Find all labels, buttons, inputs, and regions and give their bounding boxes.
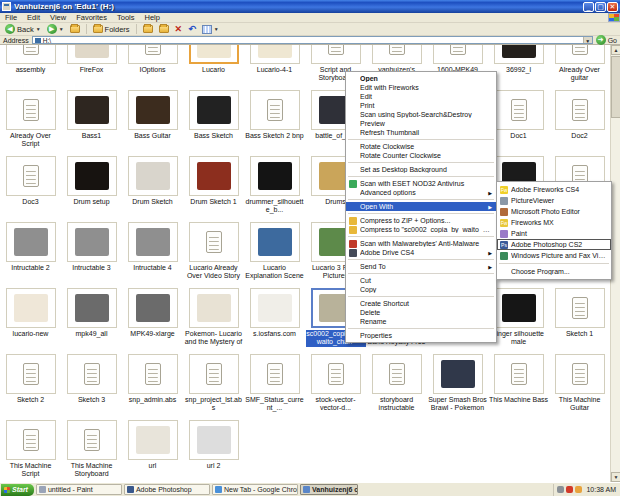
file-item[interactable]: Super Smash Bros Brawl - Pokemon Stadium… [427, 352, 488, 418]
back-dropdown-icon[interactable]: ▼ [36, 26, 41, 32]
open-with-item-microsoft-photo-editor[interactable]: Microsoft Photo Editor [497, 206, 611, 217]
file-item[interactable]: Already Over Script [0, 88, 61, 154]
context-menu-item-adobe-drive-cs4[interactable]: Adobe Drive CS4▶ [346, 248, 496, 257]
menubar-item-file[interactable]: File [0, 13, 22, 22]
file-item[interactable]: Intructable 2 [0, 220, 61, 286]
taskbar-task-vanhuizenj6-on-edu1[interactable]: Vanhuizenj6 on 'Edu1'... [300, 484, 358, 495]
file-item[interactable]: This Machine Storyboard [61, 418, 122, 482]
file-item[interactable]: Lucario [183, 45, 244, 88]
open-with-item-choose-program[interactable]: Choose Program... [497, 266, 611, 277]
context-menu-item-scan-using-spybot-search-destr[interactable]: Scan using Spybot-Search&Destroy [346, 110, 496, 119]
context-menu-item-preview[interactable]: Preview [346, 119, 496, 128]
file-item[interactable]: snp_admin.abs [122, 352, 183, 418]
file-item[interactable]: This Machine Script [0, 418, 61, 482]
taskbar-task-adobe-photoshop[interactable]: Adobe Photoshop [124, 484, 210, 495]
address-input[interactable]: H:\ ▼ [32, 36, 593, 44]
file-item[interactable]: Drum Sketch [122, 154, 183, 220]
file-item[interactable]: Lucario Already Over Video Story Board [183, 220, 244, 286]
file-item[interactable]: Bass Sketch [183, 88, 244, 154]
context-menu-item-print[interactable]: Print [346, 101, 496, 110]
file-item[interactable]: Bass Guitar [122, 88, 183, 154]
file-item[interactable]: assembly [0, 45, 61, 88]
minimize-button[interactable]: _ [583, 2, 594, 12]
file-item[interactable]: s.iosfans.com [244, 286, 305, 352]
start-button[interactable]: Start [1, 484, 34, 496]
file-item[interactable]: snp_project_lst.abs [183, 352, 244, 418]
context-menu-item-properties[interactable]: Properties [346, 331, 496, 340]
copy-to-button[interactable] [157, 25, 171, 33]
tray-icon-2[interactable] [566, 486, 573, 493]
context-menu-item-compress-to-sc0002-copia-by-wa[interactable]: Compress to "sc0002_copia_by_waito_chan-… [346, 225, 496, 234]
taskbar-task-untitled-paint[interactable]: untitled - Paint [36, 484, 122, 495]
clock[interactable]: 10:38 AM [584, 486, 616, 493]
file-item[interactable]: storyboard instructable [366, 352, 427, 418]
menubar-item-view[interactable]: View [45, 13, 71, 22]
scroll-up-icon[interactable]: ▲ [611, 45, 620, 55]
context-menu-item-scan-with-eset-nod32-antivirus[interactable]: Scan with ESET NOD32 Antivirus [346, 179, 496, 188]
file-item[interactable]: stock-vector-vector-d... [305, 352, 366, 418]
maximize-button[interactable]: ▢ [595, 2, 606, 12]
context-menu-item-advanced-options[interactable]: Advanced options▶ [346, 188, 496, 197]
open-with-item-adobe-photoshop-cs2[interactable]: PsAdobe Photoshop CS2 [497, 239, 611, 250]
context-menu-item-open-with[interactable]: Open With▶ [346, 202, 496, 211]
tray-icon-1[interactable] [557, 486, 564, 493]
file-item[interactable]: Intructable 3 [61, 220, 122, 286]
context-menu-item-edit-with-fireworks[interactable]: Edit with Fireworks [346, 83, 496, 92]
back-button[interactable]: ◀ Back ▼ [3, 24, 43, 34]
context-menu-item-send-to[interactable]: Send To▶ [346, 262, 496, 271]
context-menu-item-cut[interactable]: Cut [346, 276, 496, 285]
scroll-down-icon[interactable]: ▼ [611, 472, 620, 482]
file-item[interactable]: mpk49_all [61, 286, 122, 352]
forward-dropdown-icon[interactable]: ▼ [59, 26, 64, 32]
taskbar-task-new-tab-google-chrome[interactable]: New Tab - Google Chrome [212, 484, 298, 495]
move-to-button[interactable] [141, 25, 155, 33]
context-menu-item-rename[interactable]: Rename [346, 317, 496, 326]
file-item[interactable]: Already Over guitar [549, 45, 610, 88]
context-menu-item-delete[interactable]: Delete [346, 308, 496, 317]
file-item[interactable]: Intructable 4 [122, 220, 183, 286]
context-menu-item-create-shortcut[interactable]: Create Shortcut [346, 299, 496, 308]
file-item[interactable]: Pokemon- Lucario and the Mystery of Mew.… [183, 286, 244, 352]
context-menu-item-edit[interactable]: Edit [346, 92, 496, 101]
scrollbar-thumb[interactable] [611, 56, 620, 118]
file-item[interactable]: This Machine Bass [488, 352, 549, 418]
file-item[interactable]: This Machine Guitar [549, 352, 610, 418]
file-item[interactable]: Lucario-4-1 [244, 45, 305, 88]
views-button[interactable]: ▼ [200, 25, 221, 34]
context-menu-item-rotate-counter-clockwise[interactable]: Rotate Counter Clockwise [346, 151, 496, 160]
file-item[interactable]: Lucario Explanation Scene [244, 220, 305, 286]
file-item[interactable]: Doc1 [488, 88, 549, 154]
file-item[interactable]: 36992_l [488, 45, 549, 88]
delete-button[interactable]: ✕ [173, 24, 185, 34]
context-menu-item-compress-to-zip-options[interactable]: Compress to ZIP + Options... [346, 216, 496, 225]
context-menu-item-rotate-clockwise[interactable]: Rotate Clockwise [346, 142, 496, 151]
open-with-item-adobe-fireworks-cs4[interactable]: FwAdobe Fireworks CS4 [497, 184, 611, 195]
file-item[interactable]: url 2 [183, 418, 244, 482]
file-item[interactable]: SMF_Status_current_... [244, 352, 305, 418]
up-button[interactable] [68, 25, 82, 33]
folders-button[interactable]: Folders [91, 25, 132, 34]
menubar-item-favorites[interactable]: Favorites [71, 13, 112, 22]
close-button[interactable]: ✕ [607, 2, 618, 12]
context-menu-item-copy[interactable]: Copy [346, 285, 496, 294]
file-item[interactable]: Drum Sketch 1 [183, 154, 244, 220]
context-menu-item-set-as-desktop-background[interactable]: Set as Desktop Background [346, 165, 496, 174]
open-with-item-windows-picture-and-fax-viewer[interactable]: Windows Picture and Fax Viewer [497, 250, 611, 261]
file-item[interactable]: Bass1 [61, 88, 122, 154]
open-with-item-paint[interactable]: Paint [497, 228, 611, 239]
file-item[interactable]: url [122, 418, 183, 482]
go-button[interactable]: ➜ Go [596, 35, 617, 45]
context-menu-item-open[interactable]: Open [346, 74, 496, 83]
views-dropdown-icon[interactable]: ▼ [214, 26, 219, 32]
menubar-item-tools[interactable]: Tools [112, 13, 140, 22]
file-item[interactable]: Doc3 [0, 154, 61, 220]
file-item[interactable]: lucario-new [0, 286, 61, 352]
file-item[interactable]: Doc2 [549, 88, 610, 154]
tray-icon-3[interactable] [575, 486, 582, 493]
file-item[interactable]: Sketch 2 [0, 352, 61, 418]
file-item[interactable]: Bass Sketch 2 bnp [244, 88, 305, 154]
open-with-item-pictureviewer[interactable]: PictureViewer [497, 195, 611, 206]
file-item[interactable]: Sketch 3 [61, 352, 122, 418]
file-item[interactable]: MPK49-xlarge [122, 286, 183, 352]
forward-button[interactable]: ▶ ▼ [45, 24, 66, 34]
